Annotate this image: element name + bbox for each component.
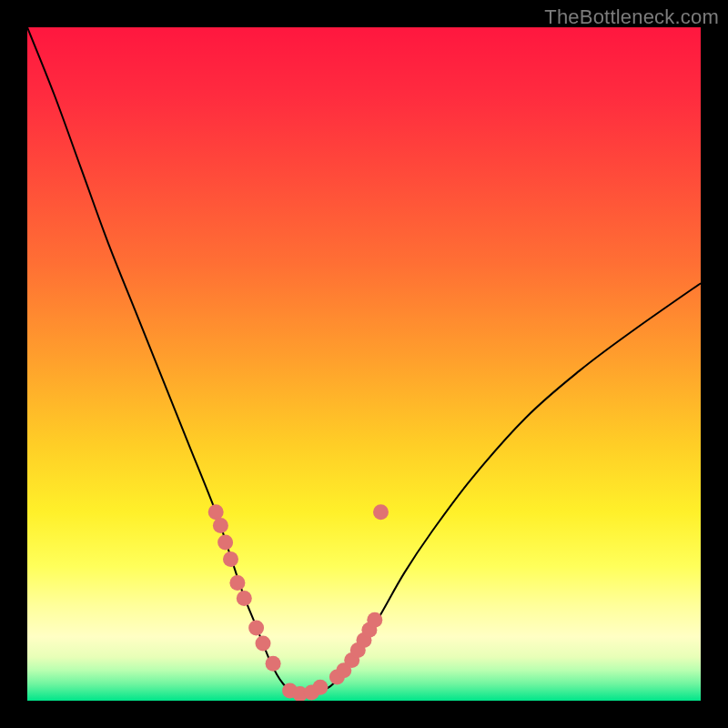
dot: [248, 621, 264, 636]
outer-frame: TheBottleneck.com: [0, 0, 728, 728]
dot: [373, 504, 389, 520]
dot: [266, 656, 281, 672]
dot: [208, 504, 224, 520]
curve-layer: [27, 27, 701, 701]
dot: [367, 612, 382, 628]
dot: [256, 636, 271, 652]
dot: [213, 518, 228, 533]
dot: [237, 591, 252, 606]
highlight-dots: [208, 504, 389, 701]
dot: [312, 680, 328, 695]
watermark-label: TheBottleneck.com: [544, 5, 719, 29]
dot: [217, 535, 233, 551]
dot: [229, 575, 245, 591]
dot: [223, 551, 238, 567]
plot-area: [27, 27, 701, 701]
bottleneck-curve: [27, 27, 701, 694]
